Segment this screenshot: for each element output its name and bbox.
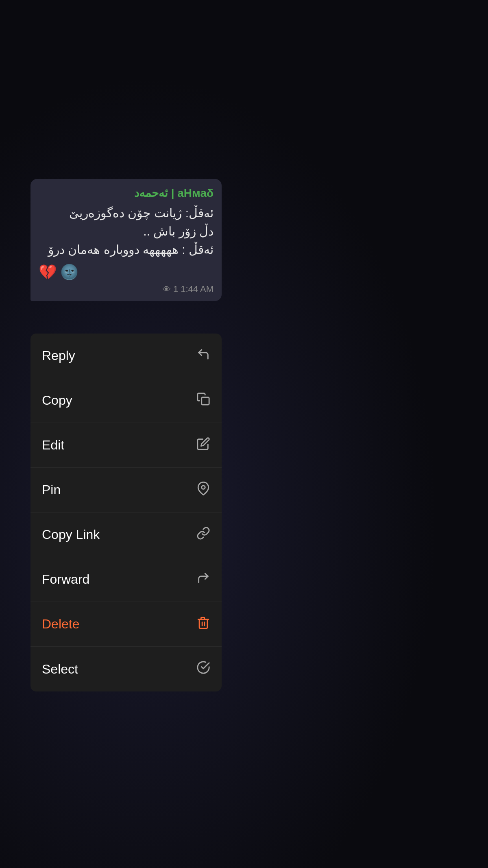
- menu-item-reply[interactable]: Reply: [30, 334, 222, 378]
- emoji-broken-heart: 💔: [39, 264, 57, 281]
- message-line2: دڵ زۆر باش ..: [39, 222, 214, 240]
- chat-bubble: аHмаδ | ئەحمەد ئەقڵ: ژیانت چۆن دەگوزەریێ…: [30, 179, 222, 301]
- reply-label: Reply: [42, 348, 75, 363]
- svg-point-1: [202, 485, 205, 489]
- copy-link-label: Copy Link: [42, 527, 100, 542]
- read-icon: 👁: [163, 285, 171, 294]
- copy-icon: [196, 392, 210, 409]
- pin-label: Pin: [42, 482, 61, 497]
- menu-item-forward[interactable]: Forward: [30, 557, 222, 602]
- delete-icon: [196, 616, 210, 633]
- copy-link-icon: [196, 526, 210, 543]
- message-text: ئەقڵ: ژیانت چۆن دەگوزەریێ دڵ زۆر باش .. …: [39, 204, 214, 259]
- edit-icon: [196, 437, 210, 454]
- message-line3: ئەقڵ : هههههه دووبارە هەمان درۆ: [39, 240, 214, 259]
- select-label: Select: [42, 662, 78, 677]
- sender-name: аHмаδ | ئەحمەد: [39, 186, 214, 200]
- forward-label: Forward: [42, 572, 89, 587]
- menu-item-edit[interactable]: Edit: [30, 423, 222, 468]
- delete-label: Delete: [42, 617, 80, 632]
- menu-item-delete[interactable]: Delete: [30, 602, 222, 647]
- menu-item-copy-link[interactable]: Copy Link: [30, 513, 222, 557]
- edit-label: Edit: [42, 438, 64, 453]
- emoji-row: 💔 🌚: [39, 264, 214, 281]
- message-line1: ئەقڵ: ژیانت چۆن دەگوزەریێ: [39, 204, 214, 222]
- forward-icon: [196, 571, 210, 588]
- context-menu: Reply Copy Edit Pin: [30, 334, 222, 691]
- reply-icon: [196, 347, 210, 364]
- copy-label: Copy: [42, 393, 72, 408]
- timestamp: 👁 1 1:44 AM: [39, 284, 214, 294]
- timestamp-text: 1 1:44 AM: [173, 284, 214, 294]
- menu-item-copy[interactable]: Copy: [30, 378, 222, 423]
- svg-rect-0: [202, 397, 209, 404]
- emoji-dark-moon: 🌚: [60, 264, 78, 281]
- menu-item-select[interactable]: Select: [30, 647, 222, 691]
- pin-icon: [196, 482, 210, 499]
- menu-item-pin[interactable]: Pin: [30, 468, 222, 513]
- select-icon: [196, 661, 210, 678]
